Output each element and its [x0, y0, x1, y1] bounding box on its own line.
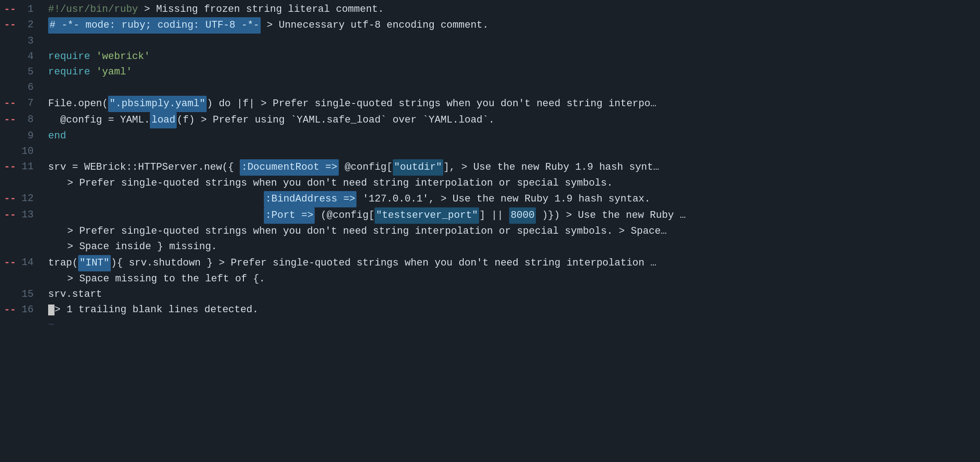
line-5: 5 require 'yaml': [0, 64, 980, 80]
line-content-11: srv = WEBrick::HTTPServer.new({ :Documen…: [45, 159, 980, 176]
line-content-8: @config = YAML. load (f) > Prefer using …: [45, 112, 980, 128]
line-7: -- 7 File.open( ".pbsimply.yaml" ) do |f…: [0, 96, 980, 112]
line-number-6: 6: [19, 80, 41, 95]
code-span: @config = YAML.: [48, 113, 150, 128]
code-span: > Prefer single-quoted strings when you …: [67, 224, 667, 239]
code-span: require: [48, 49, 90, 64]
line-13-cont1: > Prefer single-quoted strings when you …: [0, 224, 980, 239]
code-span: ] ||: [479, 208, 509, 223]
code-span: ], > Use the new Ruby 1.9 hash synt…: [443, 160, 659, 175]
code-span: ) do |f| > Prefer single-quoted strings …: [207, 96, 656, 112]
code-highlight: 8000: [509, 207, 536, 224]
code-highlight: load: [150, 112, 177, 128]
line-marker-14: --: [1, 255, 19, 270]
line-marker-8: --: [1, 112, 19, 128]
line-marker-2: --: [1, 17, 19, 33]
line-11-cont: > Prefer single-quoted strings when you …: [0, 176, 980, 191]
line-marker-12: --: [1, 191, 19, 206]
line-13-cont2: > Space inside } missing.: [0, 239, 980, 255]
code-span: > Missing frozen string literal comment.: [138, 2, 384, 17]
code-span: end: [48, 128, 66, 144]
code-span: require: [48, 64, 90, 80]
code-highlight: "INT": [78, 255, 111, 271]
line-number-14: 14: [19, 255, 41, 270]
line-13: -- 13 :Port => (@config[ "testserver_por…: [0, 207, 980, 224]
code-span: srv.start: [48, 287, 102, 302]
line-2: -- 2 # -*- mode: ruby; coding: UTF-8 -*-…: [0, 17, 980, 34]
code-highlight: "testserver_port": [375, 207, 479, 224]
code-highlight: ".pbsimply.yaml": [108, 96, 207, 112]
line-8: -- 8 @config = YAML. load (f) > Prefer u…: [0, 112, 980, 128]
code-span: #!/usr/bin/ruby: [48, 2, 138, 17]
line-16: -- 16 > 1 trailing blank lines detected.: [0, 302, 980, 318]
line-content-7: File.open( ".pbsimply.yaml" ) do |f| > P…: [45, 96, 980, 112]
line-number-12: 12: [19, 191, 41, 206]
cursor: [48, 305, 54, 315]
line-4: 4 require 'webrick': [0, 49, 980, 64]
code-highlight: # -*- mode: ruby; coding: UTF-8 -*-: [48, 17, 261, 34]
code-span: 'yaml': [96, 64, 132, 80]
line-number-8: 8: [19, 112, 41, 128]
line-content-13: :Port => (@config[ "testserver_port" ] |…: [45, 207, 980, 224]
code-span: [48, 208, 264, 223]
code-span: (@config[: [315, 208, 375, 223]
line-marker-16: --: [1, 302, 19, 318]
line-marker-11: --: [1, 159, 19, 175]
code-span: > Space missing to the left of {.: [67, 271, 265, 287]
code-highlight: "outdir": [393, 159, 444, 176]
line-content-2: # -*- mode: ruby; coding: UTF-8 -*- > Un…: [45, 17, 980, 34]
tilde-char: ~: [48, 318, 54, 333]
line-content-12: :BindAddress => '127.0.0.1', > Use the n…: [45, 191, 980, 207]
code-span: [90, 49, 96, 64]
line-14-cont: > Space missing to the left of {.: [0, 271, 980, 287]
line-14: -- 14 trap( "INT" ){ srv.shutdown } > Pr…: [0, 255, 980, 271]
code-span: [90, 64, 96, 80]
line-number-10: 10: [19, 144, 41, 159]
code-span: '127.0.0.1', > Use the new Ruby 1.9 hash…: [356, 192, 650, 207]
code-span: (f) > Prefer using `YAML.safe_load` over…: [177, 113, 495, 128]
line-number-5: 5: [19, 64, 41, 80]
line-content-9: end: [45, 128, 980, 144]
line-1: -- 1 #!/usr/bin/ruby > Missing frozen st…: [0, 2, 980, 17]
line-content-1: #!/usr/bin/ruby > Missing frozen string …: [45, 2, 980, 17]
line-15: 15 srv.start: [0, 287, 980, 302]
line-content-4: require 'webrick': [45, 49, 980, 64]
line-number-7: 7: [19, 96, 41, 111]
line-content-16: > 1 trailing blank lines detected.: [45, 302, 980, 318]
line-number-2: 2: [19, 17, 41, 33]
line-tilde: ~: [0, 318, 980, 333]
code-highlight: :BindAddress =>: [264, 191, 356, 207]
code-editor: -- 1 #!/usr/bin/ruby > Missing frozen st…: [0, 0, 980, 335]
line-6: 6: [0, 80, 980, 95]
line-number-16: 16: [19, 302, 41, 318]
code-highlight: :Port =>: [264, 207, 315, 224]
line-number-1: 1: [19, 2, 41, 17]
line-marker-7: --: [1, 96, 19, 111]
line-content-14: trap( "INT" ){ srv.shutdown } > Prefer s…: [45, 255, 980, 271]
code-span: [48, 192, 264, 207]
code-span: File.open(: [48, 96, 108, 112]
code-span: 'webrick': [96, 49, 150, 64]
line-number-15: 15: [19, 287, 41, 302]
line-12: -- 12 :BindAddress => '127.0.0.1', > Use…: [0, 191, 980, 207]
code-span: > 1 trailing blank lines detected.: [54, 302, 258, 318]
code-span: ){ srv.shutdown } > Prefer single-quoted…: [111, 256, 656, 271]
line-marker-13: --: [1, 207, 19, 223]
line-3: 3: [0, 34, 980, 49]
line-number-3: 3: [19, 34, 41, 49]
code-span: > Space inside } missing.: [67, 239, 217, 255]
line-10: 10: [0, 144, 980, 159]
line-marker-1: --: [1, 2, 19, 17]
line-number-11: 11: [19, 159, 41, 175]
code-span: > Unnecessary utf-8 encoding comment.: [261, 18, 489, 33]
code-span: trap(: [48, 256, 78, 271]
line-number-9: 9: [19, 128, 41, 144]
line-content-tilde: ~: [45, 318, 980, 333]
code-highlight: :DocumentRoot =>: [240, 159, 338, 176]
line-content-5: require 'yaml': [45, 64, 980, 80]
line-number-13: 13: [19, 207, 41, 223]
line-number-4: 4: [19, 49, 41, 64]
line-content-15: srv.start: [45, 287, 980, 302]
code-span: srv = WEBrick::HTTPServer.new({: [48, 160, 240, 175]
code-span: )}) > Use the new Ruby …: [536, 208, 686, 223]
